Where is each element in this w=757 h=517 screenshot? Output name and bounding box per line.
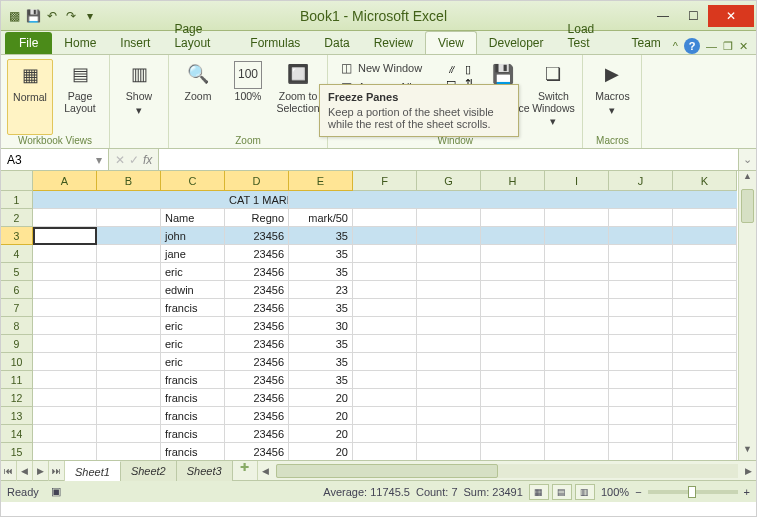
cell-A15[interactable]: [33, 443, 97, 460]
cell-A14[interactable]: [33, 425, 97, 443]
cell-F2[interactable]: [353, 209, 417, 227]
cell-J6[interactable]: [609, 281, 673, 299]
cell-E6[interactable]: 23: [289, 281, 353, 299]
cell-E11[interactable]: 35: [289, 371, 353, 389]
new-window-button[interactable]: ◫New Window: [334, 59, 440, 77]
page-layout-view-icon[interactable]: ▤: [552, 484, 572, 500]
zoom-out-button[interactable]: −: [635, 486, 641, 498]
tab-review[interactable]: Review: [362, 32, 425, 54]
cell-I4[interactable]: [545, 245, 609, 263]
cell-I6[interactable]: [545, 281, 609, 299]
tab-developer[interactable]: Developer: [477, 32, 556, 54]
cell-A8[interactable]: [33, 317, 97, 335]
cell-F7[interactable]: [353, 299, 417, 317]
cell-B14[interactable]: [97, 425, 161, 443]
cell-A6[interactable]: [33, 281, 97, 299]
zoom-button[interactable]: 🔍 Zoom: [175, 59, 221, 135]
new-sheet-button[interactable]: ✚: [233, 461, 257, 480]
cell-K12[interactable]: [673, 389, 737, 407]
row-header-9[interactable]: 9: [1, 335, 33, 353]
cell-E13[interactable]: 20: [289, 407, 353, 425]
cell-F9[interactable]: [353, 335, 417, 353]
cell-J10[interactable]: [609, 353, 673, 371]
cell-H11[interactable]: [481, 371, 545, 389]
cell-K6[interactable]: [673, 281, 737, 299]
cell-C10[interactable]: eric: [161, 353, 225, 371]
cell-A11[interactable]: [33, 371, 97, 389]
cell-C6[interactable]: edwin: [161, 281, 225, 299]
cell-F8[interactable]: [353, 317, 417, 335]
tab-page-layout[interactable]: Page Layout: [162, 18, 238, 54]
close-button[interactable]: ✕: [708, 5, 754, 27]
cell-K3[interactable]: [673, 227, 737, 245]
cell-K2[interactable]: [673, 209, 737, 227]
cell-D14[interactable]: 23456: [225, 425, 289, 443]
cell-H3[interactable]: [481, 227, 545, 245]
horizontal-scrollbar[interactable]: ◀ ▶: [257, 461, 756, 480]
tab-home[interactable]: Home: [52, 32, 108, 54]
cell-A7[interactable]: [33, 299, 97, 317]
cell-F11[interactable]: [353, 371, 417, 389]
select-all-corner[interactable]: [1, 171, 33, 191]
cell-A4[interactable]: [33, 245, 97, 263]
window-restore-icon[interactable]: ❐: [723, 40, 733, 53]
cell-B13[interactable]: [97, 407, 161, 425]
cell-F6[interactable]: [353, 281, 417, 299]
cell-C13[interactable]: francis: [161, 407, 225, 425]
cell-I5[interactable]: [545, 263, 609, 281]
cell-E15[interactable]: 20: [289, 443, 353, 460]
col-header-J[interactable]: J: [609, 171, 673, 191]
tab-file[interactable]: File: [5, 32, 52, 54]
cell-I13[interactable]: [545, 407, 609, 425]
cell-B15[interactable]: [97, 443, 161, 460]
cell-J3[interactable]: [609, 227, 673, 245]
cell-H6[interactable]: [481, 281, 545, 299]
cell-H13[interactable]: [481, 407, 545, 425]
col-header-E[interactable]: E: [289, 171, 353, 191]
cell-D4[interactable]: 23456: [225, 245, 289, 263]
cell-G14[interactable]: [417, 425, 481, 443]
cell-F5[interactable]: [353, 263, 417, 281]
macro-record-icon[interactable]: ▣: [51, 485, 61, 498]
cell-B2[interactable]: [97, 209, 161, 227]
cell-E12[interactable]: 20: [289, 389, 353, 407]
cell-D9[interactable]: 23456: [225, 335, 289, 353]
row-header-7[interactable]: 7: [1, 299, 33, 317]
macros-button[interactable]: ▶ Macros ▾: [589, 59, 635, 135]
window-minimize-icon[interactable]: —: [706, 40, 717, 52]
cell-E3[interactable]: 35: [289, 227, 353, 245]
cell-H1[interactable]: [481, 191, 545, 209]
cell-F4[interactable]: [353, 245, 417, 263]
cell-K4[interactable]: [673, 245, 737, 263]
row-header-8[interactable]: 8: [1, 317, 33, 335]
col-header-I[interactable]: I: [545, 171, 609, 191]
tab-data[interactable]: Data: [312, 32, 361, 54]
cell-C8[interactable]: eric: [161, 317, 225, 335]
cell-H8[interactable]: [481, 317, 545, 335]
scroll-down-icon[interactable]: ▼: [739, 444, 756, 460]
fx-icon[interactable]: fx: [143, 153, 152, 167]
row-header-12[interactable]: 12: [1, 389, 33, 407]
cell-A5[interactable]: [33, 263, 97, 281]
cell-G13[interactable]: [417, 407, 481, 425]
cell-G15[interactable]: [417, 443, 481, 460]
col-header-F[interactable]: F: [353, 171, 417, 191]
cell-C15[interactable]: francis: [161, 443, 225, 460]
cell-I3[interactable]: [545, 227, 609, 245]
cell-D8[interactable]: 23456: [225, 317, 289, 335]
cell-K9[interactable]: [673, 335, 737, 353]
normal-view-button[interactable]: ▦ Normal: [7, 59, 53, 135]
cell-E1[interactable]: [289, 191, 353, 209]
cell-F10[interactable]: [353, 353, 417, 371]
cell-B7[interactable]: [97, 299, 161, 317]
row-header-15[interactable]: 15: [1, 443, 33, 460]
cell-F15[interactable]: [353, 443, 417, 460]
cell-D13[interactable]: 23456: [225, 407, 289, 425]
redo-icon[interactable]: ↷: [62, 7, 80, 25]
row-header-2[interactable]: 2: [1, 209, 33, 227]
cell-F1[interactable]: [353, 191, 417, 209]
row-header-10[interactable]: 10: [1, 353, 33, 371]
cell-H12[interactable]: [481, 389, 545, 407]
cell-I2[interactable]: [545, 209, 609, 227]
scroll-up-icon[interactable]: ▲: [739, 171, 756, 187]
